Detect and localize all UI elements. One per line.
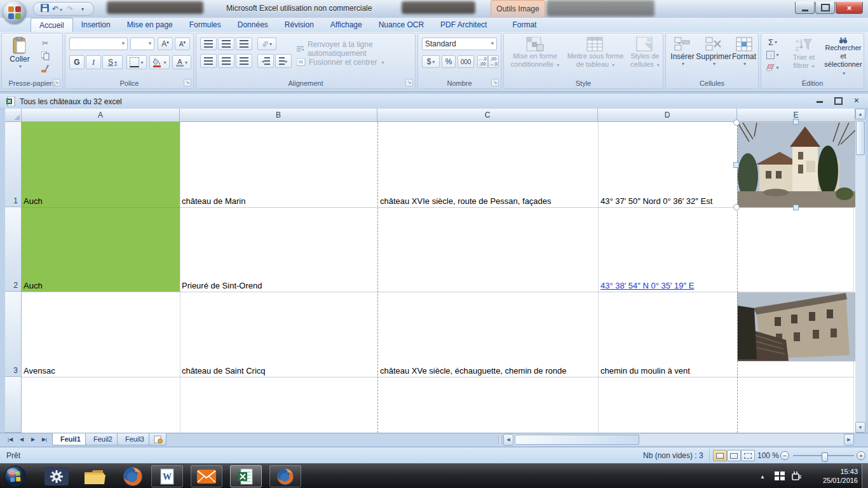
chevron-down-icon[interactable]: ▾ [557,62,559,68]
tab-nuance-ocr[interactable]: Nuance OCR [370,18,432,32]
scroll-right-icon[interactable]: ▶ [844,434,854,445]
cell-d1[interactable]: 43° 37′ 50″ Nord 0° 36′ 32″ Est [599,196,738,207]
chevron-down-icon[interactable]: ▾ [657,62,660,68]
currency-format-button[interactable]: $▾ [422,55,440,68]
cut-button[interactable]: ✂ [37,37,53,49]
chevron-down-icon[interactable]: ▾ [163,60,166,65]
chevron-down-icon[interactable]: ▾ [843,71,845,76]
photo-resize-handle[interactable] [733,204,740,210]
photo-resize-handle[interactable] [793,119,799,125]
chevron-down-icon[interactable]: ▾ [776,65,778,71]
sheet-tab-feuil2[interactable]: Feuil2 [85,433,121,445]
file-explorer-button[interactable] [83,468,108,485]
excel-taskbar-button[interactable] [230,465,262,487]
chevron-down-icon[interactable]: ▾ [185,60,187,65]
page-layout-view-button[interactable] [727,450,741,461]
next-sheet-icon[interactable]: ▶ [28,435,38,445]
close-button[interactable]: × [836,2,863,14]
clear-button[interactable]: ▾ [764,62,782,73]
format-as-table-button[interactable]: Mettre sous forme de tableau ▾ [565,36,626,78]
photo-resize-handle[interactable] [793,205,799,210]
row-header-1[interactable]: 1 [5,122,22,207]
chevron-down-icon[interactable]: ▾ [381,60,384,65]
removable-device-tray-icon[interactable] [790,469,803,482]
paste-dropdown-icon[interactable]: ▾ [19,64,22,69]
align-middle-button[interactable] [218,37,234,50]
maximize-button[interactable] [815,2,835,14]
zoom-in-button[interactable]: + [857,451,865,460]
photo-resize-handle[interactable] [733,162,739,168]
decrease-indent-button[interactable]: ◂ [257,54,274,68]
autosum-button[interactable]: Σ▾ [764,36,782,48]
sheet-tab-feuil3[interactable]: Feuil3 [117,433,153,445]
row-header-2[interactable]: 2 [5,207,22,292]
settings-app-button[interactable] [44,467,69,485]
row-header-3[interactable]: 3 [5,292,22,377]
word-taskbar-button[interactable]: W [151,465,183,487]
merge-center-button[interactable]: Fusionner et centrer ▾ [297,58,384,67]
increase-decimal-button[interactable]: ←,0,00 [477,55,488,68]
chevron-down-icon[interactable]: ▾ [682,61,684,67]
align-right-button[interactable] [236,54,252,68]
align-bottom-button[interactable] [236,37,252,50]
scroll-left-icon[interactable]: ◀ [503,434,513,445]
tab-donnees[interactable]: Données [229,18,276,32]
font-name-combo[interactable]: ▼ [69,37,128,50]
chevron-down-icon[interactable]: ▾ [743,61,746,67]
photo-resize-handle[interactable] [733,119,740,126]
first-sheet-icon[interactable]: |◀ [5,435,15,445]
sheet-tab-feuil1[interactable]: Feuil1 [52,433,89,445]
bold-button[interactable]: G [69,55,85,69]
normal-view-button[interactable] [713,450,727,461]
minimize-button[interactable] [795,2,815,14]
tab-pdf-architect[interactable]: PDF Architect [432,18,495,32]
chevron-down-icon[interactable]: ▼ [121,41,126,46]
align-center-button[interactable] [218,54,234,68]
undo-icon[interactable]: ↶▾ [51,4,63,13]
mail-taskbar-button[interactable] [191,465,222,487]
borders-button[interactable]: ▾ [126,55,147,69]
cell-d2-hyperlink[interactable]: 43° 38′ 54″ N 0° 35′ 19″ E [599,280,738,291]
tray-expand-icon[interactable]: ▲ [757,471,768,482]
cell-d3[interactable]: chemin du moulin à vent [599,365,738,376]
cell-b3[interactable]: château de Saint Cricq [180,365,377,376]
chevron-down-icon[interactable]: ▾ [713,61,715,67]
page-break-view-button[interactable] [741,450,755,461]
copy-button[interactable] [37,50,53,62]
vertical-scroll-thumb[interactable] [856,121,865,155]
chateau-de-marin-photo[interactable] [738,123,855,207]
decrease-decimal-button[interactable]: ,00→,0 [488,55,499,68]
row-header-4[interactable] [5,377,22,433]
tab-mise-en-page[interactable]: Mise en page [119,18,181,32]
redo-icon[interactable]: ↷ [64,4,76,13]
delete-cells-button[interactable]: Supprimer ▾ [696,36,731,78]
cell-styles-button[interactable]: Styles de cellules ▾ [626,36,664,78]
tab-formules[interactable]: Formules [181,18,229,32]
orientation-button[interactable]: ab ▾ [257,37,276,50]
chevron-down-icon[interactable]: ▾ [776,52,778,58]
align-left-button[interactable] [200,54,217,68]
format-painter-button[interactable] [37,63,53,74]
office-button[interactable] [3,1,26,24]
tab-insertion[interactable]: Insertion [73,18,119,32]
chevron-down-icon[interactable]: ▼ [490,41,495,46]
cell-a3[interactable]: Avensac [22,365,180,376]
tab-affichage[interactable]: Affichage [322,18,370,32]
chevron-down-icon[interactable]: ▾ [140,60,143,65]
column-header-c[interactable]: C [377,109,598,122]
vertical-scrollbar[interactable] [855,109,865,433]
cell-c1[interactable]: château XVIe siècle, route de Pessan, fa… [378,196,599,207]
wrap-text-button[interactable]: Renvoyer à la ligne automatiquement [297,40,415,58]
chevron-down-icon[interactable]: ▾ [432,59,435,65]
workbook-minimize-button[interactable] [817,95,823,105]
insert-cells-button[interactable]: Insérer ▾ [667,36,698,78]
firefox-button[interactable] [122,466,144,487]
chevron-down-icon[interactable]: ▾ [269,41,272,47]
font-color-button[interactable]: A ▾ [172,55,191,69]
qat-customize-icon[interactable]: ▾ [77,6,88,12]
zoom-slider-thumb[interactable] [822,452,828,462]
tab-format[interactable]: Format [504,18,545,32]
align-top-button[interactable] [200,37,217,50]
cell-a1[interactable]: Auch [22,196,180,207]
tab-accueil[interactable]: Accueil [31,18,73,32]
